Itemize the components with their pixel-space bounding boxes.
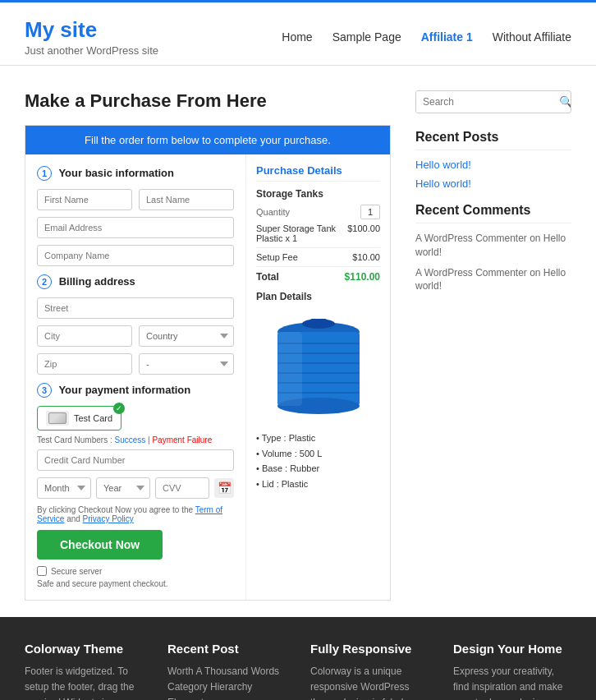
product-price: $100.00: [347, 223, 380, 243]
test-card-label: Test Card Numbers :: [37, 435, 112, 444]
footer-col-3-title: Design Your Home: [453, 642, 571, 656]
success-link[interactable]: Success: [114, 435, 145, 444]
search-input[interactable]: [416, 91, 552, 113]
section3-num: 3: [37, 383, 52, 398]
comment-1-text: A WordPress Commenter on Hello world!: [415, 267, 566, 292]
section1-num: 1: [37, 166, 52, 181]
zip-input[interactable]: [37, 353, 132, 375]
card-icon: [46, 411, 69, 426]
spec-volume: Volume : 500 L: [256, 446, 380, 462]
footer-col-1-text: Worth A Thousand WordsCategory Hierarchy…: [167, 664, 286, 700]
section1-label: Your basic information: [58, 167, 174, 179]
storage-title: Storage Tanks: [256, 188, 380, 200]
total-label: Total: [256, 271, 279, 283]
recent-comments-title: Recent Comments: [415, 203, 571, 223]
search-button[interactable]: 🔍: [552, 91, 571, 113]
divider1: [256, 247, 380, 248]
card-label: Test Card: [74, 413, 112, 423]
site-footer: Colorway Theme Footer is widgetized. To …: [0, 617, 596, 700]
svg-rect-9: [277, 332, 302, 406]
comment-0: A WordPress Commenter on Hello world!: [415, 232, 571, 260]
month-year-cvv-row: Month Year 📅: [37, 477, 234, 499]
plan-title: Plan Details: [256, 291, 380, 302]
main-container: Make a Purchase From Here Fill the order…: [0, 66, 596, 617]
secure-label: Secure server: [51, 567, 102, 576]
order-body: 1 Your basic information: [25, 154, 390, 600]
quantity-value: 1: [360, 205, 380, 219]
last-name-input[interactable]: [139, 189, 234, 210]
credit-card-input[interactable]: [37, 449, 234, 471]
nav-affiliate1[interactable]: Affiliate 1: [421, 30, 473, 44]
checkout-button[interactable]: Checkout Now: [37, 530, 163, 560]
nav-home[interactable]: Home: [282, 30, 312, 44]
city-input[interactable]: [37, 325, 132, 347]
product-name: Super Storage Tank Plastic x 1: [256, 223, 347, 243]
nav-without-affiliate[interactable]: Without Affiliate: [493, 30, 571, 44]
month-select[interactable]: Month: [37, 477, 91, 499]
payment-card-option[interactable]: Test Card ✓: [37, 406, 121, 431]
setup-fee-price: $10.00: [352, 252, 380, 262]
footer-col-2: Fully Responsive Colorway is a unique re…: [310, 642, 429, 700]
site-branding: My site Just another WordPress site: [25, 17, 158, 57]
section3-label: Your payment information: [58, 384, 190, 396]
content-area: Make a Purchase From Here Fill the order…: [25, 90, 391, 601]
footer-col-3-text: Express your creativity, find inspiratio…: [453, 664, 571, 700]
section2-title: 2 Billing address: [37, 274, 234, 289]
cvv-input[interactable]: [155, 477, 209, 499]
name-row: [37, 189, 234, 210]
spec-lid: Lid : Plastic: [256, 477, 380, 492]
year-select[interactable]: Year: [96, 477, 150, 499]
sidebar: 🔍 Recent Posts Hello world! Hello world!…: [415, 90, 571, 601]
footer-col-0-title: Colorway Theme: [25, 642, 143, 656]
svg-rect-11: [310, 319, 327, 327]
recent-post-0[interactable]: Hello world!: [415, 159, 571, 171]
section1-title: 1 Your basic information: [37, 166, 234, 181]
order-box: Fill the order form below to complete yo…: [25, 125, 391, 601]
footer-col-0-text: Footer is widgetized. To setup the foote…: [25, 664, 143, 700]
section3-title: 3 Your payment information: [37, 383, 234, 398]
tank-image-container: [256, 309, 380, 424]
street-input[interactable]: [37, 297, 234, 319]
site-tagline: Just another WordPress site: [25, 44, 158, 57]
company-input[interactable]: [37, 245, 234, 266]
purchase-title: Purchase Details: [256, 164, 380, 182]
order-header: Fill the order form below to complete yo…: [25, 126, 390, 154]
secure-row: Secure server: [37, 566, 234, 576]
test-card-info: Test Card Numbers : Success | Payment Fa…: [37, 435, 234, 444]
calendar-icon: 📅: [214, 478, 234, 498]
page-title: Make a Purchase From Here: [25, 90, 391, 112]
recent-post-1[interactable]: Hello world!: [415, 177, 571, 190]
divider2: [256, 266, 380, 267]
tank-svg: [269, 309, 368, 424]
footer-col-2-title: Fully Responsive: [310, 642, 429, 656]
section2-num: 2: [37, 274, 52, 289]
nav-sample-page[interactable]: Sample Page: [332, 30, 401, 44]
order-right: Purchase Details Storage Tanks Quantity …: [246, 154, 390, 600]
email-row: [37, 217, 234, 238]
email-input[interactable]: [37, 217, 234, 238]
footer-col-0: Colorway Theme Footer is widgetized. To …: [25, 642, 143, 700]
zip-state-row: -: [37, 353, 234, 375]
country-select[interactable]: Country: [139, 325, 234, 347]
search-box: 🔍: [415, 90, 571, 113]
street-row: [37, 297, 234, 319]
quantity-label: Quantity: [256, 207, 290, 217]
first-name-input[interactable]: [37, 189, 132, 210]
footer-col-3: Design Your Home Express your creativity…: [453, 642, 571, 700]
spec-base: Base : Rubber: [256, 461, 380, 477]
card-icon-inner: [48, 412, 66, 424]
state-select[interactable]: -: [139, 353, 234, 375]
privacy-link[interactable]: Privacy Policy: [83, 514, 134, 523]
plan-specs: Type : Plastic Volume : 500 L Base : Rub…: [256, 431, 380, 492]
quantity-row: Quantity 1: [256, 205, 380, 219]
footer-col-2-text: Colorway is a unique responsive WordPres…: [310, 664, 429, 700]
failure-link[interactable]: Payment Failure: [152, 435, 212, 444]
total-amount: $110.00: [345, 271, 380, 283]
secure-checkbox[interactable]: [37, 566, 47, 576]
recent-posts-title: Recent Posts: [415, 130, 571, 150]
total-row: Total $110.00: [256, 271, 380, 283]
terms-prefix: By clicking Checkout Now you agree to th…: [37, 505, 193, 514]
spec-type: Type : Plastic: [256, 431, 380, 446]
section2-label: Billing address: [59, 275, 135, 288]
footer-col-1-title: Recent Post: [167, 642, 286, 656]
